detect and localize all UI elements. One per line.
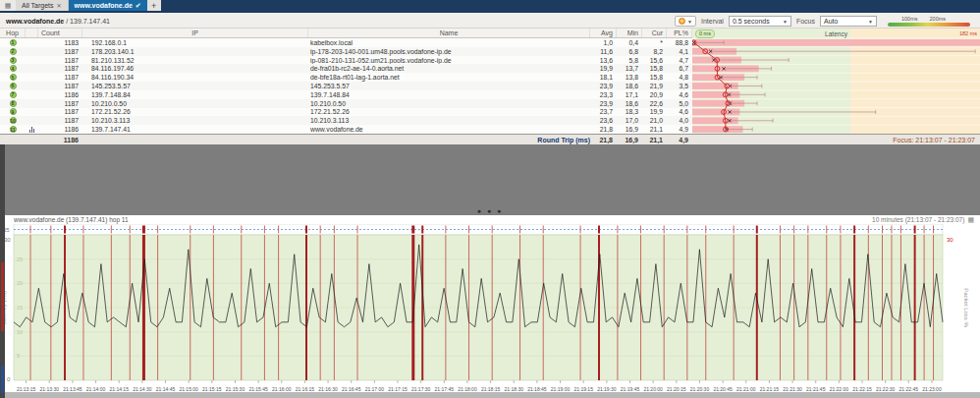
table-row[interactable]: 61187145.253.5.57145.253.5.5723,918,621,… [0,82,692,90]
count-cell: 1186 [38,126,82,133]
hop-cell: 7 [0,91,26,98]
svg-text:21:22:45: 21:22:45 [899,386,919,392]
column-header-ip[interactable]: IP [82,28,308,37]
legend-200ms-label: 200ms [930,16,947,22]
table-row[interactable]: 111186139.7.147.41www.vodafone.de21,816,… [0,125,692,134]
column-header-spacer [26,28,38,37]
avg-cell: 23,3 [590,91,617,98]
column-header-min[interactable]: Min [617,28,642,37]
svg-text:21:13:30: 21:13:30 [40,386,60,392]
svg-text:21:17:15: 21:17:15 [388,386,408,392]
table-row[interactable]: 91187172.21.52.26172.21.52.2623,718,319,… [0,108,692,117]
cur-cell: 19,9 [642,108,667,115]
svg-text:21:20:45: 21:20:45 [713,386,733,392]
trace-table: Hop Count IP Name Avg Min Cur PL% 0 ms L… [0,28,980,144]
round-trip-pl: 4,9 [667,137,692,143]
hop-number-badge: 9 [10,108,17,115]
svg-text:21:14:00: 21:14:00 [86,386,106,392]
min-cell: 18,6 [617,100,642,107]
timeline-title: www.vodafone.de (139.7.147.41) hop 11 [14,216,129,223]
hop-cell: 1 [0,39,26,46]
pl-cell: 5,0 [667,100,692,107]
hop-cell: 3 [0,57,26,64]
tab-active-target[interactable]: www.vodafone.de ✔ [69,0,147,11]
name-cell: ip-178-203-140-001.um48.pools.vodafone-i… [308,48,590,55]
name-cell: ip-081-210-131-052.um21.pools.vodafone-i… [308,57,590,64]
panel-splitter: ● ● ● [0,144,980,215]
table-row[interactable]: 5118784.116.190.34de-bfe18a-rt01-lag-1.a… [0,73,692,82]
column-header-hop[interactable]: Hop [0,28,26,37]
name-cell: www.vodafone.de [308,126,590,133]
hop-graph-indicator-cell [26,127,38,133]
hop-cell: 11 [0,126,26,133]
add-tab-button[interactable]: + [147,0,161,11]
interval-select[interactable]: 0.5 seconds ▼ [729,16,791,27]
cur-cell: 20,9 [642,91,667,98]
table-row[interactable]: 71186139.7.148.84139.7.148.8423,317,120,… [0,90,692,99]
hop-latency-bar [692,39,980,46]
hop-number-badge: 10 [10,117,17,124]
svg-text:21:20:30: 21:20:30 [690,386,710,392]
column-header-name[interactable]: Name [308,28,590,37]
table-row[interactable]: 4118784.116.197.46de-fra01b-rc2-ae-14-0.… [0,64,692,73]
name-cell: de-fra01b-rc2-ae-14-0.aorta.net [308,65,590,72]
svg-text:21:16:00: 21:16:00 [272,386,292,392]
avg-cell: 19,9 [590,65,617,72]
hop-latency-graph[interactable] [692,28,980,144]
count-cell: 1187 [38,117,82,124]
timeline-range-label: 10 minutes (21:13:07 - 21:23:07) [872,216,964,223]
hop-number-badge: 5 [10,74,17,81]
svg-text:21:17:00: 21:17:00 [365,386,385,392]
table-row[interactable]: 10118710.210.3.11310.210.3.11323,617,021… [0,116,692,125]
table-row[interactable]: 3118781.210.131.52ip-081-210-131-052.um2… [0,56,692,65]
ip-cell: 139.7.148.84 [82,91,308,98]
timeline-graph[interactable]: 3525201510530030Latency (ms)Packet Loss … [0,224,980,398]
cur-cell: 15,8 [642,74,667,81]
toolbar-controls: ▼ Interval 0.5 seconds ▼ Focus Auto ▼ 10… [675,16,970,27]
avg-cell: 13,6 [590,57,617,64]
ip-cell: 172.21.52.26 [82,108,308,115]
hop-number-badge: 2 [10,48,17,55]
svg-text:21:15:45: 21:15:45 [248,386,268,392]
cur-cell: 15,8 [642,65,667,72]
table-row[interactable]: 21187178.203.140.1ip-178-203-140-001.um4… [0,47,692,56]
table-row[interactable]: 8118710.210.0.5010.210.0.5023,918,622,65… [0,99,692,108]
ip-cell: 10.210.0.50 [82,100,308,107]
splitter-handle[interactable]: ● ● ● [0,207,980,214]
close-icon[interactable]: ✕ [57,2,62,9]
pl-cell: 4,6 [667,91,692,98]
hop-number-badge: 7 [10,91,17,98]
column-header-avg[interactable]: Avg [590,28,617,37]
column-header-cur[interactable]: Cur [642,28,667,37]
avg-cell: 1,0 [590,39,617,46]
round-trip-avg: 21,8 [590,137,617,143]
table-rows: 11183192.168.0.1kabelbox.local1,00,4*88,… [0,38,692,134]
ip-cell: 10.210.3.113 [82,117,308,124]
timeline-options-icon[interactable]: ▦ [967,216,974,224]
svg-text:21:18:45: 21:18:45 [527,386,547,392]
ip-cell: 81.210.131.52 [82,57,308,64]
target-ip: 139.7.147.41 [70,18,110,25]
hop-number-badge: 3 [10,57,17,64]
table-row[interactable]: 11183192.168.0.1kabelbox.local1,00,4*88,… [0,38,692,47]
avg-cell: 18,1 [590,74,617,81]
hop-number-badge: 4 [10,65,17,72]
cur-cell: 15,6 [642,57,667,64]
tab-all-targets[interactable]: All Targets ✕ [16,0,69,11]
hop-cell: 10 [0,117,26,124]
cur-cell: 8,2 [642,48,667,55]
column-header-pl[interactable]: PL% [667,28,692,37]
focus-select[interactable]: Auto ▼ [820,16,877,27]
hop-number-badge: 6 [10,83,17,89]
round-trip-label: Round Trip (ms) [308,137,590,143]
hop-cell: 6 [0,83,26,89]
chevron-down-icon: ▼ [868,19,873,25]
latency-graph-header: 0 ms Latency 182 ms [692,28,980,38]
avg-cell: 11,6 [590,48,617,55]
pl-cell: 6,7 [667,65,692,72]
column-header-count[interactable]: Count [38,28,82,37]
cur-cell: * [642,39,667,46]
cur-cell: 22,6 [642,100,667,107]
record-button[interactable]: ▼ [675,16,696,27]
min-cell: 6,8 [617,48,642,55]
